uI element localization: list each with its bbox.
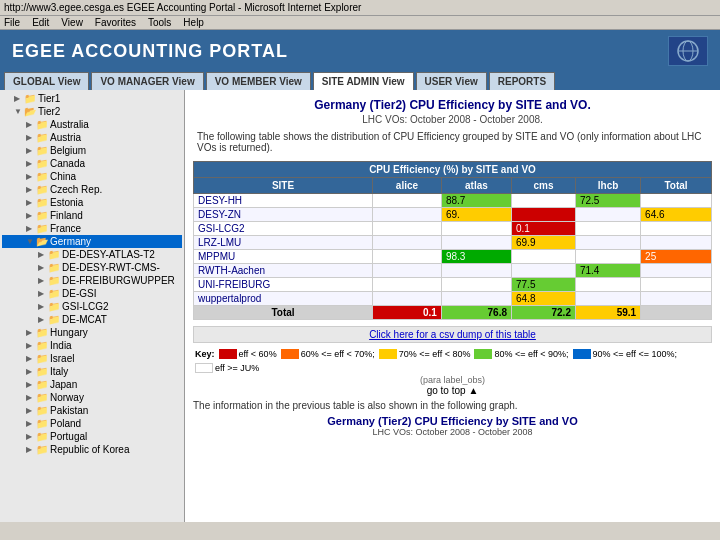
sidebar-item-de-desy-atlas[interactable]: ▶ 📁 DE-DESY-ATLAS-T2 xyxy=(2,248,182,261)
sidebar-item-de-freiburg[interactable]: ▶ 📁 DE-FREIBURGWUPPER xyxy=(2,274,182,287)
csv-dump-link[interactable]: Click here for a csv dump of this table xyxy=(193,326,712,343)
cpu-efficiency-table: CPU Efficiency (%) by SITE and VO SITE a… xyxy=(193,161,712,320)
cell-lhcb: 72.5 xyxy=(575,194,640,208)
cell-atlas xyxy=(441,264,511,278)
tier1-label: Tier1 xyxy=(38,93,60,104)
key-item-white: eff >= JU% xyxy=(195,363,259,373)
sidebar-item-gsi-lcg2[interactable]: ▶ 📁 GSI-LCG2 xyxy=(2,300,182,313)
cell-alice xyxy=(373,250,442,264)
cell-lhcb xyxy=(575,278,640,292)
sidebar-tree: ▶ 📁 Tier1 ▼ 📂 Tier2 ▶ 📁 Australia xyxy=(0,90,184,458)
folder-icon: 📁 xyxy=(36,405,48,416)
sidebar-item-de-gsi[interactable]: ▶ 📁 DE-GSI xyxy=(2,287,182,300)
cell-alice xyxy=(373,208,442,222)
sidebar-item-france[interactable]: ▶ 📁 France xyxy=(2,222,182,235)
cell-lhcb xyxy=(575,222,640,236)
app-title: EGEE ACCOUNTING PORTAL xyxy=(12,41,288,62)
sidebar-item-republic-of-korea[interactable]: ▶ 📁 Republic of Korea xyxy=(2,443,182,456)
sidebar-item-canada[interactable]: ▶ 📁 Canada xyxy=(2,157,182,170)
expand-icon: ▶ xyxy=(26,211,34,220)
tab-vo-member[interactable]: VO MEMBER View xyxy=(206,72,311,90)
menu-favorites[interactable]: Favorites xyxy=(95,17,136,28)
expand-icon: ▶ xyxy=(26,393,34,402)
folder-icon: 📁 xyxy=(36,366,48,377)
menu-tools[interactable]: Tools xyxy=(148,17,171,28)
table-total-row: Total0.176.872.259.1 xyxy=(194,306,712,320)
cell-lhcb xyxy=(575,208,640,222)
cell-atlas xyxy=(441,236,511,250)
expand-icon: ▶ xyxy=(26,380,34,389)
sidebar-item-belgium[interactable]: ▶ 📁 Belgium xyxy=(2,144,182,157)
expand-icon: ▶ xyxy=(26,224,34,233)
sidebar-item-poland[interactable]: ▶ 📁 Poland xyxy=(2,417,182,430)
sidebar-item-italy[interactable]: ▶ 📁 Italy xyxy=(2,365,182,378)
sidebar-item-japan[interactable]: ▶ 📁 Japan xyxy=(2,378,182,391)
key-text-orange: 60% <= eff < 70%; xyxy=(301,349,375,359)
total-cell-total xyxy=(641,306,712,320)
col-atlas: atlas xyxy=(441,178,511,194)
sidebar-item-pakistan[interactable]: ▶ 📁 Pakistan xyxy=(2,404,182,417)
expand-icon: ▶ xyxy=(26,185,34,194)
folder-icon: 📁 xyxy=(48,262,60,273)
sidebar-item-portugal[interactable]: ▶ 📁 Portugal xyxy=(2,430,182,443)
sidebar-item-hungary[interactable]: ▶ 📁 Hungary xyxy=(2,326,182,339)
sidebar-item-israel[interactable]: ▶ 📁 Israel xyxy=(2,352,182,365)
menu-help[interactable]: Help xyxy=(183,17,204,28)
col-alice: alice xyxy=(373,178,442,194)
expand-icon: ▶ xyxy=(26,354,34,363)
sidebar-item-de-desy-rwt[interactable]: ▶ 📁 DE-DESY-RWT-CMS- xyxy=(2,261,182,274)
tab-user[interactable]: USER View xyxy=(416,72,487,90)
tab-vo-manager[interactable]: VO MANAGER View xyxy=(91,72,203,90)
menu-file[interactable]: File xyxy=(4,17,20,28)
menu-view[interactable]: View xyxy=(61,17,83,28)
cell-alice xyxy=(373,222,442,236)
cell-total: 25 xyxy=(641,250,712,264)
sidebar-item-tier1[interactable]: ▶ 📁 Tier1 xyxy=(2,92,182,105)
key-item-yellow: 70% <= eff < 80% xyxy=(379,349,471,359)
sidebar-item-finland[interactable]: ▶ 📁 Finland xyxy=(2,209,182,222)
menu-edit[interactable]: Edit xyxy=(32,17,49,28)
folder-icon: 📁 xyxy=(36,132,48,143)
sidebar-item-estonia[interactable]: ▶ 📁 Estonia xyxy=(2,196,182,209)
folder-icon: 📁 xyxy=(36,171,48,182)
key-label: Key: xyxy=(195,349,215,359)
cell-cms: 64.8 xyxy=(512,292,576,306)
expand-icon: ▶ xyxy=(26,406,34,415)
total-cell-lhcb: 59.1 xyxy=(575,306,640,320)
sidebar-item-china[interactable]: ▶ 📁 China xyxy=(2,170,182,183)
content-subtitle: LHC VOs: October 2008 - October 2008. xyxy=(193,114,712,125)
total-cell-cms: 72.2 xyxy=(512,306,576,320)
sidebar-item-india[interactable]: ▶ 📁 India xyxy=(2,339,182,352)
sidebar-item-norway[interactable]: ▶ 📁 Norway xyxy=(2,391,182,404)
folder-icon: 📁 xyxy=(36,145,48,156)
sidebar-item-germany[interactable]: ▼ 📂 Germany xyxy=(2,235,182,248)
tab-reports[interactable]: REPORTS xyxy=(489,72,555,90)
key-box-lightgreen xyxy=(474,349,492,359)
total-cell-label: Total xyxy=(194,306,373,320)
folder-icon: 📁 xyxy=(36,210,48,221)
sidebar-item-australia[interactable]: ▶ 📁 Australia xyxy=(2,118,182,131)
sidebar-item-de-mcat[interactable]: ▶ 📁 DE-MCAT xyxy=(2,313,182,326)
sidebar: ▶ 📁 Tier1 ▼ 📂 Tier2 ▶ 📁 Australia xyxy=(0,90,185,522)
total-cell-alice: 0.1 xyxy=(373,306,442,320)
key-text-yellow: 70% <= eff < 80% xyxy=(399,349,471,359)
tab-global-view[interactable]: GLOBAL View xyxy=(4,72,89,90)
scroll-arrows[interactable]: go to top ▲ xyxy=(193,385,712,396)
sidebar-item-czechrep[interactable]: ▶ 📁 Czech Rep. xyxy=(2,183,182,196)
browser-titlebar: http://www3.egee.cesga.es EGEE Accountin… xyxy=(0,0,720,16)
tab-site-admin[interactable]: SITE ADMIN View xyxy=(313,72,414,90)
key-box-red xyxy=(219,349,237,359)
folder-icon: 📁 xyxy=(36,184,48,195)
sidebar-item-austria[interactable]: ▶ 📁 Austria xyxy=(2,131,182,144)
folder-icon: 📁 xyxy=(36,119,48,130)
content-description: The following table shows the distributi… xyxy=(193,131,712,153)
folder-icon: 📁 xyxy=(36,197,48,208)
cell-atlas: 98.3 xyxy=(441,250,511,264)
cell-atlas xyxy=(441,278,511,292)
app-header: EGEE ACCOUNTING PORTAL xyxy=(0,30,720,72)
sidebar-item-tier2[interactable]: ▼ 📂 Tier2 xyxy=(2,105,182,118)
browser-menubar: File Edit View Favorites Tools Help xyxy=(0,16,720,30)
folder-icon-tier2: 📂 xyxy=(24,106,36,117)
cell-lhcb xyxy=(575,292,640,306)
key-box-white xyxy=(195,363,213,373)
